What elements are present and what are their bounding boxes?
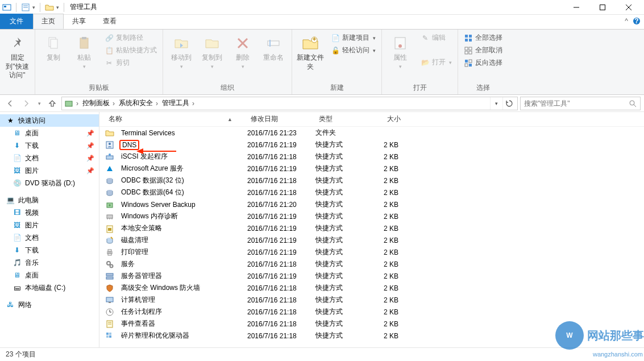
nav-dvd[interactable]: 💿DVD 驱动器 (D:) [0,177,99,189]
qat-folder-icon[interactable] [45,3,54,12]
col-size[interactable]: 大小 [384,114,441,124]
file-row[interactable]: Microsoft Azure 服务2016/7/16 21:19快捷方式2 K… [99,163,644,175]
file-date: 2016/7/16 21:18 [247,332,315,340]
nav-desktop[interactable]: 🖥桌面📌 [0,127,99,139]
svg-rect-57 [106,273,113,276]
delete-button[interactable]: 删除▾ [228,32,257,70]
copy-path-button[interactable]: 🔗复制路径 [102,32,159,44]
cut-button[interactable]: ✂剪切 [102,57,159,69]
file-type: 文件夹 [315,128,384,138]
file-row[interactable]: Windows 内存诊断2016/7/16 21:19快捷方式2 KB [99,210,644,222]
forward-button[interactable] [19,97,33,110]
file-row[interactable]: Windows Server Backup2016/7/16 21:20快捷方式… [99,198,644,210]
nav-downloads2[interactable]: ⬇下载 [0,244,99,256]
breadcrumb-0[interactable]: 控制面板› [81,98,118,108]
search-box[interactable] [520,97,641,110]
tab-share[interactable]: 共享 [64,14,94,29]
select-none-button[interactable]: 全部取消 [462,44,505,56]
file-row[interactable]: 任务计划程序2016/7/16 21:18快捷方式2 KB [99,306,644,318]
nav-localdisk[interactable]: 🖴本地磁盘 (C:) [0,281,99,294]
svg-rect-26 [469,39,472,42]
address-bar[interactable]: › 控制面板› 系统和安全› 管理工具› ▾ [61,97,518,110]
minimize-button[interactable] [563,0,589,15]
nav-network[interactable]: 🖧网络 [0,298,99,311]
file-row[interactable]: 高级安全 Windows 防火墙2016/7/16 21:18快捷方式2 KB [99,282,644,294]
file-name: 磁盘清理 [121,235,148,245]
nav-music[interactable]: 🎵音乐 [0,256,99,269]
file-date: 2016/7/16 21:18 [247,320,315,328]
tab-view[interactable]: 查看 [94,14,125,29]
back-button[interactable] [3,97,17,110]
nav-this-pc[interactable]: 💻此电脑 [0,194,99,206]
star-icon: ★ [6,116,15,125]
file-icon [105,319,114,329]
file-icon [105,188,114,197]
rename-button[interactable]: 重命名 [259,32,288,63]
svg-rect-27 [465,47,468,50]
file-row[interactable]: Terminal Services2016/7/16 21:23文件夹 [99,127,644,139]
paste-shortcut-button[interactable]: 📋粘贴快捷方式 [102,44,159,56]
svg-text:?: ? [634,17,638,25]
file-type: 快捷方式 [315,211,384,221]
edit-button[interactable]: ✎编辑 [418,32,454,44]
svg-rect-50 [108,228,111,231]
search-input[interactable] [524,99,629,107]
file-row[interactable]: 计算机管理2016/7/16 21:18快捷方式2 KB [99,294,644,306]
copy-button[interactable]: 复制 [39,32,68,63]
recent-locations-button[interactable]: ▾ [35,97,43,110]
tab-home[interactable]: 主页 [33,14,64,29]
close-button[interactable] [616,0,642,15]
file-name: 打印管理 [121,247,148,257]
file-row[interactable]: ODBC 数据源(64 位)2016/7/16 21:18快捷方式2 KB [99,186,644,198]
search-icon[interactable] [629,99,637,107]
breadcrumb-1[interactable]: 系统和安全› [118,98,161,108]
file-row[interactable]: 打印管理2016/7/16 21:19快捷方式2 KB [99,246,644,258]
svg-rect-23 [465,35,468,38]
nav-documents2[interactable]: 📄文档 [0,231,99,244]
up-button[interactable] [45,97,59,110]
file-date: 2016/7/16 21:18 [247,284,315,292]
group-open-label: 打开 [385,83,454,94]
refresh-button[interactable] [502,97,515,110]
breadcrumb-2[interactable]: 管理工具› [161,98,197,108]
nav-documents[interactable]: 📄文档📌 [0,152,99,164]
file-row[interactable]: ODBC 数据源(32 位)2016/7/16 21:18快捷方式2 KB [99,175,644,186]
new-item-button[interactable]: 📄新建项目▾ [329,32,378,44]
nav-pictures[interactable]: 🖼图片📌 [0,164,99,177]
file-row[interactable]: 服务2016/7/16 21:18快捷方式2 KB [99,258,644,270]
paste-button[interactable]: 粘贴▾ [69,32,99,70]
select-all-button[interactable]: 全部选择 [462,32,505,44]
file-row[interactable]: 本地安全策略2016/7/16 21:19快捷方式2 KB [99,222,644,234]
help-icon[interactable]: ? [633,17,641,25]
file-date: 2016/7/16 21:19 [247,213,315,221]
col-date[interactable]: 修改日期 [247,114,315,124]
file-row[interactable]: DNS2016/7/16 21:19快捷方式2 KB [99,139,644,151]
collapse-ribbon-icon[interactable]: ^ [625,17,628,25]
file-type: 快捷方式 [315,307,384,317]
col-name[interactable]: 名称▲ [105,114,247,124]
easy-access-button[interactable]: 🔓轻松访问▾ [329,44,378,56]
nav-quick-access[interactable]: ★快速访问 [0,114,99,127]
address-dropdown-button[interactable]: ▾ [490,97,502,110]
nav-downloads[interactable]: ⬇下载📌 [0,139,99,152]
new-folder-button[interactable]: ✦新建文件夹 [296,32,325,71]
location-icon [64,99,73,108]
rename-icon [264,34,282,52]
file-row[interactable]: iSCSI 发起程序2016/7/16 21:18快捷方式2 KB [99,151,644,163]
invert-selection-button[interactable]: 反向选择 [462,57,505,69]
qat-properties-icon[interactable] [21,3,30,12]
nav-desktop2[interactable]: 🖥桌面 [0,269,99,281]
move-to-button[interactable]: 移动到▾ [167,32,196,70]
col-type[interactable]: 类型 [315,114,384,124]
file-row[interactable]: 磁盘清理2016/7/16 21:19快捷方式2 KB [99,234,644,246]
tab-file[interactable]: 文件 [0,14,33,29]
file-size: 2 KB [384,141,441,149]
nav-pictures2[interactable]: 🖼图片 [0,219,99,231]
file-row[interactable]: 服务器管理器2016/7/16 21:19快捷方式2 KB [99,270,644,282]
properties-button[interactable]: 属性▾ [385,32,415,70]
copy-to-button[interactable]: 复制到▾ [197,32,227,70]
maximize-button[interactable] [589,0,616,15]
pin-to-quick-button[interactable]: 固定到"快速访问" [3,32,31,80]
nav-videos[interactable]: 🎞视频 [0,206,99,219]
open-menu-button[interactable]: 📂打开▾ [418,56,454,68]
